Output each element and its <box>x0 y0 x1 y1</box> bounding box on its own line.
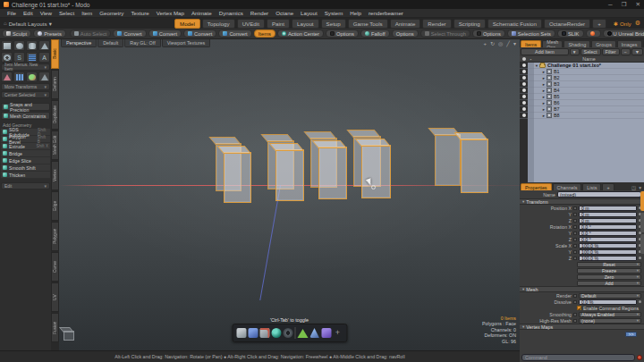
menu-item-file[interactable]: File <box>4 10 20 16</box>
item-menus-dropdown[interactable]: Item Menus: New Item▾ <box>1 63 50 71</box>
toolbox-tab-uv[interactable]: UV <box>51 282 59 312</box>
torus-tool-icon[interactable] <box>283 328 292 338</box>
toolbar-button-auto-select[interactable]: Auto Select <box>70 29 112 38</box>
toolbar-button-options[interactable]: Options <box>326 29 359 38</box>
menu-item-system[interactable]: System <box>321 10 347 16</box>
layout-tab-schematic-fusion[interactable]: Schematic Fusion <box>487 19 542 29</box>
cube-gray-tool-icon[interactable] <box>236 328 246 338</box>
toolbar-button-slik[interactable]: SLIK <box>557 29 584 38</box>
menu-item-dynamics[interactable]: Dynamics <box>216 10 247 16</box>
vertex-maps-header[interactable]: Vertex Maps <box>520 324 644 330</box>
menu-item-texture[interactable]: Texture <box>127 10 152 16</box>
toolbox-tab-polygon[interactable]: Polygon <box>51 222 59 251</box>
mesh-constraints-button[interactable]: Mesh Constraints <box>1 112 50 120</box>
channel-value-field[interactable]: 0.0 ° <box>579 224 637 230</box>
menu-item-render[interactable]: Render <box>247 10 272 16</box>
viewport-header-tab-perspective[interactable]: Perspective <box>61 39 97 47</box>
octane-icon-button[interactable] <box>586 29 601 38</box>
channel-mini-button[interactable] <box>573 257 577 260</box>
layout-tab-layout[interactable]: Layout <box>292 19 319 29</box>
mesh-section-header[interactable]: Mesh <box>520 286 644 292</box>
menu-item-item[interactable]: Item <box>78 10 96 16</box>
array-tool-icon[interactable] <box>13 72 25 82</box>
channel-value-field[interactable]: 0 m <box>579 206 637 211</box>
sphere-icon[interactable] <box>13 40 25 51</box>
panel-tab-images[interactable]: Images <box>617 40 642 47</box>
eye-icon[interactable] <box>522 88 526 92</box>
channel-mini-button[interactable] <box>573 206 577 210</box>
center-selected-dropdown[interactable]: Center Selected▾ <box>1 91 50 98</box>
toolbox-tab-curve[interactable]: Curve <box>51 252 59 282</box>
highres-dropdown[interactable]: (none) ▾ <box>579 318 641 324</box>
menu-item-select[interactable]: Select <box>55 10 78 16</box>
zoom-icon[interactable]: ◎ <box>498 41 503 46</box>
command-history-icon[interactable] <box>637 355 642 360</box>
geometry-tool-smooth-shift[interactable]: Smooth Shift <box>1 164 50 172</box>
sphere-paint-icon[interactable] <box>26 72 38 82</box>
cube-icon[interactable] <box>1 40 13 51</box>
eye-icon[interactable] <box>522 82 526 86</box>
mesh-item-row-b2[interactable]: ▸ B2 <box>520 75 644 81</box>
mesh-item-row-b6[interactable]: ▸ B6 <box>520 100 644 106</box>
layout-tab-game-tools[interactable]: Game Tools <box>348 19 388 29</box>
channel-value-field[interactable]: 100.0 % <box>579 256 637 261</box>
layout-tab-[interactable]: + <box>592 19 606 29</box>
snaps-precision-button[interactable]: Snaps and Precision <box>1 103 50 111</box>
eye-icon[interactable] <box>522 95 526 98</box>
layout-tab-setup[interactable]: Setup <box>321 19 346 29</box>
toolbox-tab-deform[interactable]: Deform <box>51 70 59 99</box>
close-button[interactable]: ✕ <box>636 1 640 8</box>
channel-mini-button[interactable] <box>573 300 577 304</box>
orbit-icon[interactable]: ↻ <box>490 41 495 46</box>
layout-tab-animate[interactable]: Animate <box>390 19 421 29</box>
item-name-input[interactable] <box>557 191 641 198</box>
layout-tab-paint[interactable]: Paint <box>267 19 290 29</box>
eye-icon[interactable] <box>522 76 526 80</box>
pen-icon[interactable]: ╱ <box>506 41 510 46</box>
toolbar-button-convert[interactable]: Convert <box>148 29 182 38</box>
layout-tab-render[interactable]: Render <box>422 19 451 29</box>
eye-icon[interactable] <box>522 101 526 105</box>
box-mesh[interactable] <box>361 145 391 198</box>
add-tool-icon[interactable]: + <box>333 328 343 338</box>
toolbar-button-selection-sets[interactable]: Selection Sets <box>507 29 555 38</box>
toolbox-tab-edge[interactable]: Edge <box>51 191 59 221</box>
box-mesh[interactable] <box>318 147 347 199</box>
box-mesh-back[interactable] <box>435 134 461 186</box>
properties-tab-[interactable]: + <box>602 183 614 190</box>
prism-blue-tool-icon[interactable] <box>309 328 319 338</box>
cube-purple-tool-icon[interactable] <box>321 328 331 338</box>
toolbox-tab-vertex[interactable]: Vertex <box>51 161 59 190</box>
orientation-cube-widget[interactable] <box>64 331 74 341</box>
mesh-item-row-b8[interactable]: ▸ B8 <box>520 113 644 119</box>
toolbox-tab-fusion[interactable]: Fusion <box>51 313 59 342</box>
mesh-item-row-b3[interactable]: ▸ B3 <box>520 81 644 88</box>
viewport-header-tab-default[interactable]: Default <box>97 39 123 47</box>
toolbox-tab-duplicate[interactable]: Duplicate <box>51 100 59 130</box>
toolbar-button-items[interactable]: Items <box>254 29 275 38</box>
viewport-3d[interactable]: PerspectiveDefaultRay GL: OffViewport Te… <box>59 39 520 350</box>
torus-icon[interactable]: ◌ <box>1 52 13 63</box>
channel-value-field[interactable]: 0.0 ° <box>579 237 637 242</box>
edit-dropdown[interactable]: Edit▾ <box>1 182 50 189</box>
sphere-teal-tool-icon[interactable] <box>271 328 281 338</box>
toolbar-button-presets[interactable]: Presets <box>33 29 66 38</box>
select-button[interactable]: Select <box>580 48 601 55</box>
eye-icon[interactable] <box>522 70 526 73</box>
funnel-filter-icon[interactable]: ▼ <box>631 48 643 55</box>
transform-action-button[interactable]: Zero ▾ <box>577 274 641 280</box>
box-mesh[interactable] <box>461 139 488 193</box>
toolbar-button-u-unreal-bridge[interactable]: U Unreal Bridge <box>603 29 644 38</box>
mesh-item-row-b7[interactable]: ▸ B7 <box>520 106 644 113</box>
toolbar-button-options[interactable]: Options <box>392 29 419 38</box>
menu-item-edit[interactable]: Edit <box>20 10 37 16</box>
layout-tab-scripting[interactable]: Scripting <box>453 19 486 29</box>
channel-value-field[interactable]: 0 m <box>579 218 637 223</box>
layout-tab-model[interactable]: Model <box>174 19 200 29</box>
layout-switcher[interactable]: ⌂ Default Layouts ▾ <box>4 21 52 27</box>
transform-action-button[interactable]: Freeze ▾ <box>577 268 641 274</box>
text-tool-icon[interactable]: A <box>38 52 50 63</box>
viewport-header-tab-viewport-textures[interactable]: Viewport Textures <box>162 39 211 47</box>
render-dropdown[interactable]: Default ▾ <box>579 293 641 299</box>
layout-tab-uvedit[interactable]: UVEdit <box>237 19 265 29</box>
